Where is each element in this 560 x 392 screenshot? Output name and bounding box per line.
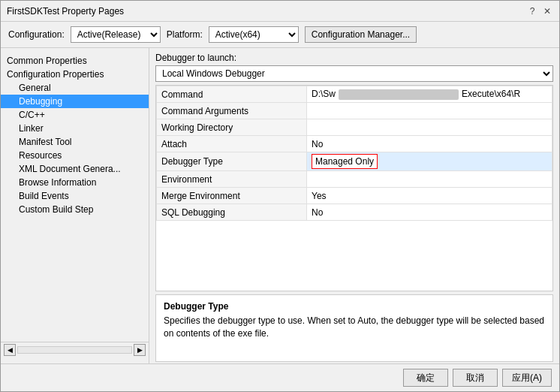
blurred-path	[339, 89, 459, 100]
scroll-left-btn[interactable]: ◀	[4, 344, 16, 356]
prop-value	[307, 119, 552, 136]
table-row[interactable]: AttachNo	[157, 136, 552, 152]
prop-name: Environment	[157, 171, 307, 188]
config-row: Configuration: Active(Release) Platform:…	[1, 22, 559, 47]
sidebar-item-manifest-tool[interactable]: Manifest Tool	[1, 135, 149, 149]
sidebar-item-common-properties[interactable]: Common Properties	[1, 54, 149, 68]
sidebar: Common PropertiesConfiguration Propertie…	[1, 48, 149, 363]
prop-value: Yes	[307, 188, 552, 204]
desc-text: Specifies the debugger type to use. When…	[164, 315, 545, 340]
table-row[interactable]: Command Arguments	[157, 103, 552, 119]
title-bar: FirstSDKTest Property Pages ? ✕	[1, 1, 559, 22]
prop-name: Attach	[157, 136, 307, 152]
managed-only-badge: Managed Only	[312, 154, 378, 169]
desc-title: Debugger Type	[164, 301, 545, 312]
prop-name: Merge Environment	[157, 188, 307, 204]
platform-label: Platform:	[167, 29, 203, 40]
sidebar-item-browse-information[interactable]: Browse Information	[1, 176, 149, 189]
scroll-track[interactable]	[17, 346, 132, 354]
table-row[interactable]: Debugger TypeManaged Only	[157, 152, 552, 171]
prop-name: SQL Debugging	[157, 204, 307, 221]
prop-name: Debugger Type	[157, 152, 307, 171]
help-button[interactable]: ?	[526, 5, 538, 17]
desc-panel: Debugger Type Specifies the debugger typ…	[155, 294, 553, 362]
sidebar-item-custom-build-step[interactable]: Custom Build Step	[1, 203, 149, 216]
sidebar-item-linker[interactable]: Linker	[1, 122, 149, 135]
title-bar-controls: ? ✕	[526, 5, 553, 17]
debugger-label: Debugger to launch:	[155, 53, 553, 63]
table-row[interactable]: Working Directory	[157, 119, 552, 136]
config-manager-button[interactable]: Configuration Manager...	[305, 26, 417, 43]
table-row[interactable]: Merge EnvironmentYes	[157, 188, 552, 204]
config-label: Configuration:	[8, 29, 65, 40]
prop-value	[307, 171, 552, 188]
prop-value: No	[307, 204, 552, 221]
confirm-button[interactable]: 确定	[403, 369, 448, 387]
table-row[interactable]: CommandD:\Sw Execute\x64\R	[157, 86, 552, 103]
config-select[interactable]: Active(Release)	[71, 26, 161, 43]
table-row[interactable]: SQL DebuggingNo	[157, 204, 552, 221]
debugger-select[interactable]: Local Windows Debugger	[155, 65, 553, 82]
sidebar-item-configuration-properties[interactable]: Configuration Properties	[1, 68, 149, 81]
sidebar-item-debugging[interactable]: Debugging	[1, 95, 149, 108]
scroll-right-btn[interactable]: ▶	[134, 344, 146, 356]
footer: 确定 取消 应用(A)	[1, 363, 559, 391]
apply-button[interactable]: 应用(A)	[502, 369, 552, 387]
right-panel: Debugger to launch: Local Windows Debugg…	[149, 48, 559, 363]
prop-value: No	[307, 136, 552, 152]
cancel-button[interactable]: 取消	[453, 369, 498, 387]
prop-table-container: CommandD:\Sw Execute\x64\RCommand Argume…	[155, 85, 553, 291]
main-content: Common PropertiesConfiguration Propertie…	[1, 47, 559, 363]
sidebar-item-c-c--[interactable]: C/C++	[1, 108, 149, 122]
prop-value: D:\Sw Execute\x64\R	[307, 86, 552, 103]
prop-value	[307, 103, 552, 119]
sidebar-item-xml-document-genera---[interactable]: XML Document Genera...	[1, 162, 149, 176]
table-row[interactable]: Environment	[157, 171, 552, 188]
prop-name: Working Directory	[157, 119, 307, 136]
sidebar-item-resources[interactable]: Resources	[1, 149, 149, 162]
sidebar-item-build-events[interactable]: Build Events	[1, 189, 149, 203]
prop-value: Managed Only	[307, 152, 552, 171]
prop-table: CommandD:\Sw Execute\x64\RCommand Argume…	[156, 86, 552, 221]
dialog-title: FirstSDKTest Property Pages	[7, 6, 124, 17]
close-button[interactable]: ✕	[541, 5, 553, 17]
sidebar-item-general[interactable]: General	[1, 81, 149, 95]
prop-name: Command Arguments	[157, 103, 307, 119]
platform-select[interactable]: Active(x64)	[209, 26, 299, 43]
debugger-row: Debugger to launch: Local Windows Debugg…	[149, 48, 559, 85]
sidebar-scrollbar[interactable]: ◀▶	[1, 342, 149, 357]
prop-name: Command	[157, 86, 307, 103]
